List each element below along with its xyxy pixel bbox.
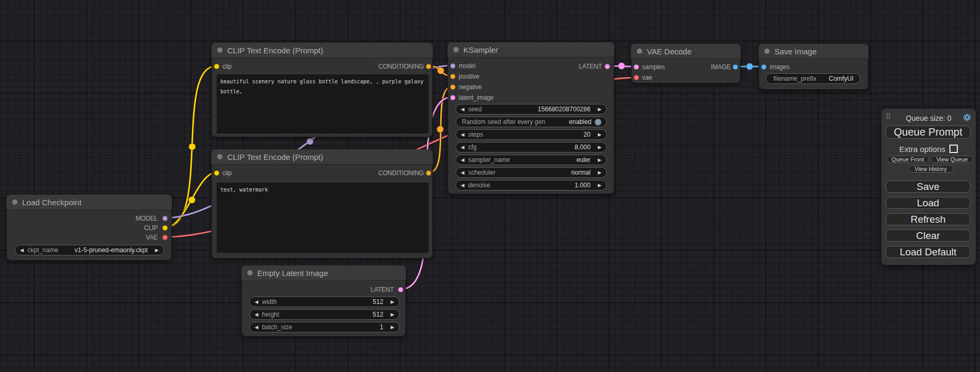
images-input-slot[interactable] [761,64,766,70]
widget-value: 512 [373,311,383,318]
node-titlebar[interactable]: CLIP Text Encode (Prompt) [211,43,433,58]
decrement-arrow-icon[interactable]: ◀ [20,245,24,255]
decrement-arrow-icon[interactable]: ◀ [255,309,258,320]
collapse-dot-icon[interactable] [247,270,253,275]
view-history-button[interactable]: View History [908,165,953,173]
increment-arrow-icon[interactable]: ▶ [598,180,601,190]
node-titlebar[interactable]: Save Image [759,44,868,59]
decrement-arrow-icon[interactable]: ◀ [255,297,258,307]
queue-front-button[interactable]: Queue Front [887,156,929,163]
model-output-slot[interactable] [162,216,168,221]
increment-arrow-icon[interactable]: ▶ [391,309,394,320]
node-title: CLIP Text Encode (Prompt) [227,152,323,161]
node-titlebar[interactable]: CLIP Text Encode (Prompt) [211,149,433,165]
save-button[interactable]: Save [886,180,971,193]
refresh-button[interactable]: Refresh [886,213,971,225]
positive-input-slot[interactable] [450,74,455,79]
node-clip-text-encode-negative[interactable]: CLIP Text Encode (Prompt) clip CONDITION… [211,149,433,259]
output-label: LATENT [579,61,602,72]
filename-prefix-widget[interactable]: filename_prefix ComfyUI [765,73,860,84]
ckpt-name-widget[interactable]: ◀ ckpt_name v1-5-pruned-emaonly.ckpt ▶ [15,245,164,255]
vae-output-slot[interactable] [162,235,168,240]
denoise-widget[interactable]: ◀ denoise 1.000 ▶ [455,180,607,190]
scheduler-widget[interactable]: ◀ scheduler normal ▶ [455,167,607,178]
conditioning-output-slot[interactable] [426,170,431,176]
clip-input-slot[interactable] [214,170,219,176]
node-empty-latent-image[interactable]: Empty Latent Image LATENT ◀ width 512 ▶ … [241,265,406,337]
widget-value: 1 [380,323,383,331]
increment-arrow-icon[interactable]: ▶ [598,155,601,165]
node-titlebar[interactable]: KSampler [448,42,614,58]
node-graph-canvas[interactable]: Load Checkpoint MODEL CLIP VAE ◀ ckpt_na… [0,0,980,372]
width-widget[interactable]: ◀ width 512 ▶ [249,297,400,307]
clip-input-slot[interactable] [214,64,219,69]
node-ksampler[interactable]: KSampler model LATENT positive negative … [448,42,614,194]
decrement-arrow-icon[interactable]: ◀ [461,129,464,140]
steps-widget[interactable]: ◀ steps 20 ▶ [455,129,607,140]
clear-button[interactable]: Clear [886,230,971,242]
clip-output-slot[interactable] [162,225,168,231]
collapse-dot-icon[interactable] [217,47,222,53]
image-output-slot[interactable] [733,64,738,70]
random-seed-toggle-widget[interactable]: Random seed after every gen enabled [455,117,607,127]
widget-label: sampler_name [468,156,510,164]
negative-input-slot[interactable] [450,84,455,90]
input-label: latent_image [459,92,493,103]
latent-output-slot[interactable] [398,287,403,292]
samples-input-slot[interactable] [634,64,639,70]
toggle-knob-icon[interactable] [595,119,601,126]
input-label: negative [459,82,482,92]
input-label: clip [222,168,231,178]
node-vae-decode[interactable]: VAE Decode samples IMAGE vae [631,44,741,83]
queue-menu-panel: ⠿ Queue size: 0 Queue Prompt Extra optio… [881,109,976,265]
model-input-slot[interactable] [450,63,455,69]
decrement-arrow-icon[interactable]: ◀ [461,142,464,152]
collapse-dot-icon[interactable] [453,47,459,52]
increment-arrow-icon[interactable]: ▶ [598,129,601,140]
increment-arrow-icon[interactable]: ▶ [598,104,601,115]
view-queue-button[interactable]: View Queue [931,156,973,163]
load-default-button[interactable]: Load Default [886,246,971,258]
increment-arrow-icon[interactable]: ▶ [155,245,159,255]
positive-prompt-textarea[interactable]: beautiful scenery nature glass bottle la… [217,74,429,133]
node-titlebar[interactable]: Load Checkpoint [6,195,172,210]
vae-input-slot[interactable] [634,75,639,80]
link-dot [618,63,625,70]
height-widget[interactable]: ◀ height 512 ▶ [249,309,400,320]
collapse-dot-icon[interactable] [764,49,770,54]
extra-options-checkbox[interactable] [949,145,958,153]
increment-arrow-icon[interactable]: ▶ [391,297,394,307]
node-save-image[interactable]: Save Image images filename_prefix ComfyU… [759,44,868,90]
collapse-dot-icon[interactable] [12,199,17,205]
negative-prompt-textarea[interactable]: text, watermark [217,183,429,253]
increment-arrow-icon[interactable]: ▶ [598,142,601,152]
decrement-arrow-icon[interactable]: ◀ [461,180,464,190]
node-titlebar[interactable]: VAE Decode [631,44,741,59]
collapse-dot-icon[interactable] [637,49,642,54]
decrement-arrow-icon[interactable]: ◀ [461,167,464,178]
decrement-arrow-icon[interactable]: ◀ [461,155,464,165]
decrement-arrow-icon[interactable]: ◀ [255,322,258,332]
latent-image-input-slot[interactable] [450,95,455,100]
widget-value: 512 [373,298,383,306]
latent-output-slot[interactable] [605,64,610,69]
settings-gear-icon[interactable] [963,113,972,122]
conditioning-output-slot[interactable] [426,64,431,69]
node-clip-text-encode-positive[interactable]: CLIP Text Encode (Prompt) clip CONDITION… [211,43,433,137]
increment-arrow-icon[interactable]: ▶ [598,167,601,178]
load-button[interactable]: Load [886,197,971,209]
input-label: vae [642,72,652,83]
decrement-arrow-icon[interactable]: ◀ [461,104,464,115]
node-titlebar[interactable]: Empty Latent Image [241,265,406,281]
increment-arrow-icon[interactable]: ▶ [391,322,394,332]
cfg-widget[interactable]: ◀ cfg 8.000 ▶ [455,142,607,152]
widget-value: v1-5-pruned-emaonly.ckpt [75,246,148,254]
collapse-dot-icon[interactable] [217,154,222,159]
node-load-checkpoint[interactable]: Load Checkpoint MODEL CLIP VAE ◀ ckpt_na… [6,195,172,261]
batch-size-widget[interactable]: ◀ batch_size 1 ▶ [249,322,400,332]
seed-widget[interactable]: ◀ seed 156680208700286 ▶ [455,104,607,115]
sampler-name-widget[interactable]: ◀ sampler_name euler ▶ [455,155,607,165]
link-dot [189,144,196,150]
queue-prompt-button[interactable]: Queue Prompt [886,126,971,139]
output-label: CONDITIONING [379,168,424,178]
